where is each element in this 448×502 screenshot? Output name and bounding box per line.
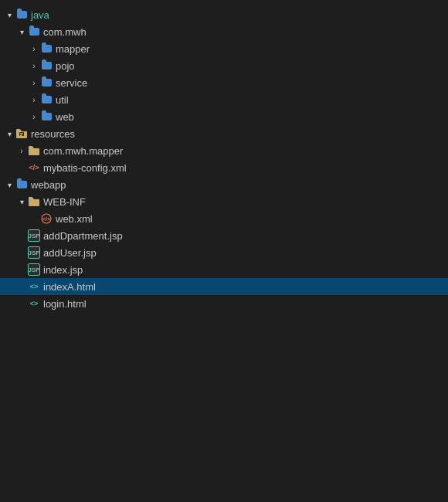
svg-text:</>: </> xyxy=(42,216,50,222)
arrow-expanded xyxy=(3,178,15,191)
tree-item-service[interactable]: service xyxy=(0,74,448,91)
tree-item-webapp[interactable]: webapp xyxy=(0,176,448,193)
folder-src-icon xyxy=(40,110,53,123)
item-label-com.mwh: com.mwh xyxy=(43,26,87,38)
tree-item-com.mwh[interactable]: com.mwh xyxy=(0,23,448,40)
tree-item-com.mwh.mapper[interactable]: com.mwh.mapper xyxy=(0,142,448,159)
folder-src-icon xyxy=(40,93,53,106)
item-label-com.mwh.mapper: com.mwh.mapper xyxy=(43,145,123,157)
tree-item-java[interactable]: java xyxy=(0,6,448,23)
jsp-icon: JSP xyxy=(28,263,40,276)
item-label-webapp: webapp xyxy=(31,179,66,191)
item-label-indexA.html: indexA.html xyxy=(43,281,96,293)
tree-item-addUser.jsp[interactable]: JSP addUser.jsp xyxy=(0,244,448,261)
tree-item-web.xml[interactable]: </> web.xml xyxy=(0,210,448,227)
item-label-login.html: login.html xyxy=(43,298,87,310)
html-icon: <> xyxy=(28,280,40,293)
folder-res-icon xyxy=(15,127,28,140)
arrow-collapsed xyxy=(28,59,40,72)
arrow-expanded xyxy=(15,25,28,38)
arrow-collapsed xyxy=(28,110,40,123)
tree-item-login.html[interactable]: <> login.html xyxy=(0,295,448,312)
tree-item-pojo[interactable]: pojo xyxy=(0,57,448,74)
arrow-expanded xyxy=(3,8,15,21)
folder-src-icon xyxy=(28,25,40,38)
item-label-web: web xyxy=(56,111,74,123)
folder-src-icon xyxy=(40,42,53,55)
xml-special-icon: </> xyxy=(40,212,53,225)
arrow-collapsed xyxy=(28,93,40,106)
item-label-addDpartment.jsp: addDpartment.jsp xyxy=(43,230,123,242)
tree-item-addDpartment.jsp[interactable]: JSP addDpartment.jsp xyxy=(0,227,448,244)
folder-src-icon xyxy=(40,59,53,72)
item-label-service: service xyxy=(56,77,87,89)
jsp-icon: JSP xyxy=(28,229,40,242)
folder-plain-icon xyxy=(28,195,40,208)
tree-item-mybatis-config.xml[interactable]: </> mybatis-config.xml xyxy=(0,159,448,176)
item-label-java: java xyxy=(31,9,49,21)
arrow-collapsed xyxy=(15,144,28,157)
arrow-expanded xyxy=(15,195,28,208)
arrow-expanded xyxy=(3,127,15,140)
item-label-mapper: mapper xyxy=(56,43,90,55)
tree-item-WEB-INF[interactable]: WEB-INF xyxy=(0,193,448,210)
html-icon: <> xyxy=(28,297,40,310)
tree-item-indexA.html[interactable]: <> indexA.html xyxy=(0,278,448,295)
tree-item-resources[interactable]: resources xyxy=(0,125,448,142)
tree-item-mapper[interactable]: mapper xyxy=(0,40,448,57)
jsp-icon: JSP xyxy=(28,246,40,259)
tree-item-web[interactable]: web xyxy=(0,108,448,125)
item-label-resources: resources xyxy=(31,128,75,140)
arrow-collapsed xyxy=(28,76,40,89)
folder-plain-icon xyxy=(28,144,40,157)
folder-src-icon xyxy=(40,76,53,89)
tree-item-index.jsp[interactable]: JSP index.jsp xyxy=(0,261,448,278)
item-label-pojo: pojo xyxy=(56,60,75,72)
tree-item-util[interactable]: util xyxy=(0,91,448,108)
xml-icon: </> xyxy=(28,161,40,174)
arrow-collapsed xyxy=(28,42,40,55)
file-tree: java com.mwh mapper pojo service util xyxy=(0,0,448,318)
item-label-index.jsp: index.jsp xyxy=(43,264,83,276)
folder-src-icon xyxy=(15,178,28,191)
item-label-WEB-INF: WEB-INF xyxy=(43,196,86,208)
item-label-addUser.jsp: addUser.jsp xyxy=(43,247,97,259)
item-label-util: util xyxy=(56,94,69,106)
item-label-web.xml: web.xml xyxy=(56,213,93,225)
item-label-mybatis-config.xml: mybatis-config.xml xyxy=(43,162,127,174)
folder-src-icon xyxy=(15,8,28,21)
